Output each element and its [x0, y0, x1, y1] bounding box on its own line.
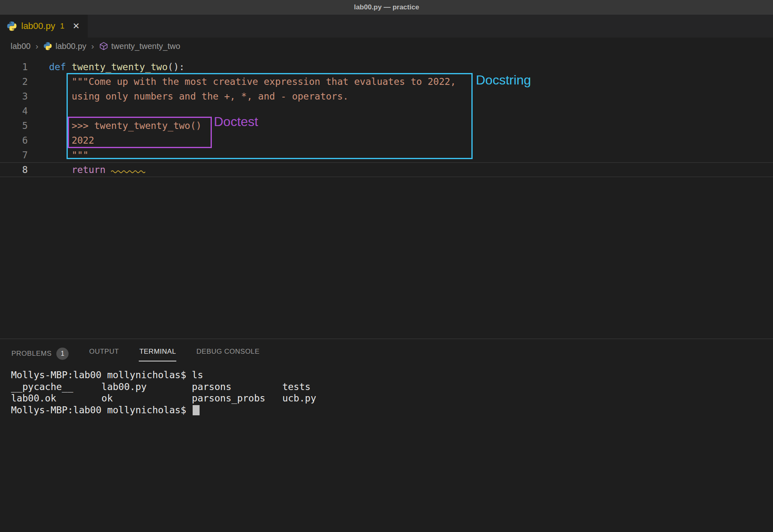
code-line-8[interactable]: 8 return — [0, 162, 773, 177]
breadcrumb-label: lab00 — [11, 42, 31, 51]
line-number[interactable]: 5 — [0, 118, 28, 133]
code-token: (): — [168, 62, 185, 72]
code-token: twenty_twenty_two — [71, 62, 167, 72]
breadcrumb-label: lab00.py — [56, 42, 87, 51]
tab-lab00-py[interactable]: lab00.py 1 ✕ — [0, 15, 88, 38]
panel-tab-problems[interactable]: PROBLEMS1 — [11, 339, 69, 366]
panel-tab-label: TERMINAL — [139, 348, 176, 356]
panel-tab-label: OUTPUT — [89, 348, 119, 356]
code-lines: 1def twenty_twenty_two():2 """Come up wi… — [0, 60, 773, 177]
code-line-5[interactable]: 5 >>> twenty_twenty_two() — [0, 118, 773, 133]
editor-tabbar: lab00.py 1 ✕ — [0, 15, 773, 38]
code-token: 2022 — [49, 135, 94, 146]
terminal-cursor — [193, 405, 200, 415]
code-text: def twenty_twenty_two(): — [49, 60, 184, 74]
python-icon — [43, 42, 52, 51]
close-icon[interactable]: ✕ — [73, 21, 80, 31]
code-token: return — [71, 164, 105, 175]
warning-squiggle — [111, 164, 145, 175]
code-text: return — [49, 162, 145, 177]
breadcrumb-item-twenty-twenty-two[interactable]: twenty_twenty_two — [99, 42, 180, 51]
terminal[interactable]: Mollys-MBP:lab00 mollynicholas$ ls__pyca… — [11, 369, 773, 416]
problems-count-badge: 1 — [56, 348, 69, 360]
symbol-namespace-icon — [99, 42, 108, 51]
code-token: """Come up with the most creative expres… — [49, 76, 456, 87]
breadcrumb-separator: › — [36, 41, 38, 51]
python-icon — [7, 21, 17, 31]
window-titlebar: lab00.py — practice — [0, 0, 773, 15]
line-number[interactable]: 2 — [0, 74, 28, 89]
code-text: using only numbers and the +, *, and - o… — [49, 89, 349, 104]
breadcrumb-item-lab00-py[interactable]: lab00.py — [43, 42, 87, 51]
panel-tab-label: PROBLEMS — [11, 350, 51, 358]
breadcrumb-item-lab00[interactable]: lab00 — [11, 42, 31, 51]
code-token: using only numbers and the +, *, and - o… — [49, 91, 349, 102]
tab-label: lab00.py — [21, 21, 55, 31]
code-text: 2022 — [49, 133, 94, 148]
panel-tab-debug-console[interactable]: DEBUG CONSOLE — [196, 339, 260, 361]
code-token: def — [49, 62, 66, 72]
code-line-6[interactable]: 6 2022 — [0, 133, 773, 148]
terminal-line: __pycache__ lab00.py parsons tests — [11, 381, 773, 393]
panel-tab-label: DEBUG CONSOLE — [196, 348, 260, 356]
panel-tab-output[interactable]: OUTPUT — [89, 339, 119, 361]
line-number[interactable]: 6 — [0, 133, 28, 148]
bottom-panel: PROBLEMS1OUTPUTTERMINALDEBUG CONSOLE Mol… — [0, 339, 773, 532]
terminal-line: lab00.ok ok parsons_probs ucb.py — [11, 392, 773, 404]
terminal-line: Mollys-MBP:lab00 mollynicholas$ ls — [11, 369, 773, 381]
code-token: """ — [49, 150, 89, 160]
code-line-2[interactable]: 2 """Come up with the most creative expr… — [0, 74, 773, 89]
panel-tab-terminal[interactable]: TERMINAL — [139, 339, 176, 361]
code-line-7[interactable]: 7 """ — [0, 148, 773, 162]
code-token: >>> twenty_twenty_two() — [49, 120, 202, 131]
breadcrumb-label: twenty_twenty_two — [111, 42, 180, 51]
code-line-1[interactable]: 1def twenty_twenty_two(): — [0, 60, 773, 74]
code-line-3[interactable]: 3 using only numbers and the +, *, and -… — [0, 89, 773, 104]
code-text: """ — [49, 148, 89, 162]
line-number[interactable]: 3 — [0, 89, 28, 104]
line-number[interactable]: 4 — [0, 104, 28, 118]
code-text: >>> twenty_twenty_two() — [49, 118, 202, 133]
line-number[interactable]: 1 — [0, 60, 28, 74]
tab-warning-count: 1 — [60, 22, 64, 31]
code-text: """Come up with the most creative expres… — [49, 74, 456, 89]
line-number[interactable]: 8 — [0, 162, 28, 177]
window-title: lab00.py — practice — [354, 3, 419, 11]
breadcrumb: lab00›lab00.py›twenty_twenty_two — [0, 38, 773, 55]
panel-tabbar: PROBLEMS1OUTPUTTERMINALDEBUG CONSOLE — [11, 339, 773, 365]
code-token — [49, 164, 71, 175]
line-number[interactable]: 7 — [0, 148, 28, 162]
code-line-4[interactable]: 4 — [0, 104, 773, 118]
code-token — [66, 62, 72, 72]
breadcrumb-separator: › — [91, 41, 94, 51]
terminal-line: Mollys-MBP:lab00 mollynicholas$ — [11, 404, 773, 416]
code-editor[interactable]: 1def twenty_twenty_two():2 """Come up wi… — [0, 55, 773, 339]
code-token — [105, 164, 111, 175]
